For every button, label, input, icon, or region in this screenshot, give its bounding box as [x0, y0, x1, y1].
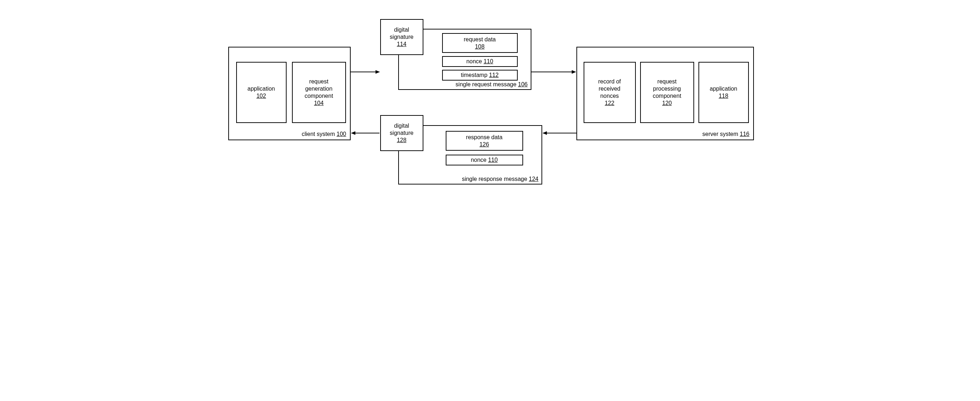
request-signature-l2: signature [390, 33, 414, 41]
client-system-num: 100 [337, 131, 346, 137]
client-application-label: application [247, 85, 275, 92]
request-message-label: single request message [455, 81, 516, 87]
request-processing-l3: component [653, 92, 681, 100]
response-message-num: 124 [529, 176, 539, 182]
response-message-caption: single response message 124 [462, 176, 539, 182]
client-system-caption: client system 100 [302, 131, 346, 137]
record-nonces-l3: nonces [598, 92, 621, 100]
response-nonce-label: nonce [471, 157, 487, 163]
request-signature-text: digital signature 114 [390, 26, 414, 48]
request-data-text: request data 108 [464, 36, 496, 50]
client-application-num: 102 [247, 92, 275, 100]
response-signature-text: digital signature 128 [390, 122, 414, 144]
response-data-text: response data 126 [466, 134, 502, 148]
client-application-text: application 102 [247, 85, 275, 100]
request-timestamp-label: timestamp [461, 72, 487, 78]
response-signature-l1: digital [390, 122, 414, 130]
request-processing-num: 120 [653, 100, 681, 107]
request-data-label: request data [464, 36, 496, 43]
request-signature-box: digital signature 114 [380, 19, 423, 55]
request-timestamp-num: 112 [489, 72, 499, 78]
request-signature-num: 114 [390, 41, 414, 48]
response-nonce-box: nonce 110 [446, 155, 523, 165]
response-data-label: response data [466, 134, 502, 141]
request-generation-box: request generation component 104 [292, 62, 346, 123]
request-generation-l2: generation [305, 85, 333, 92]
request-signature-l1: digital [390, 26, 414, 33]
client-application-box: application 102 [236, 62, 286, 123]
response-nonce-num: 110 [488, 157, 498, 163]
record-nonces-text: record of received nonces 122 [598, 78, 621, 107]
record-nonces-l2: received [598, 85, 621, 92]
server-system-num: 116 [740, 131, 749, 137]
server-system-label: server system [702, 131, 738, 137]
response-message-label: single response message [462, 176, 527, 182]
request-nonce-label: nonce [466, 58, 482, 64]
request-nonce-box: nonce 110 [442, 56, 518, 67]
server-system-caption: server system 116 [702, 131, 749, 137]
response-data-num: 126 [466, 141, 502, 148]
record-nonces-num: 122 [598, 100, 621, 107]
request-data-box: request data 108 [442, 33, 518, 53]
request-processing-box: request processing component 120 [640, 62, 694, 123]
request-generation-l3: component [305, 92, 333, 100]
client-system-label: client system [302, 131, 335, 137]
server-application-box: application 118 [698, 62, 749, 123]
request-nonce-text: nonce 110 [466, 58, 493, 65]
response-data-box: response data 126 [446, 131, 523, 151]
request-message-caption: single request message 106 [455, 81, 527, 88]
server-application-label: application [710, 85, 737, 92]
request-generation-text: request generation component 104 [305, 78, 333, 107]
server-system-box: server system 116 record of received non… [576, 47, 754, 140]
request-processing-l2: processing [653, 85, 681, 92]
request-timestamp-box: timestamp 112 [442, 70, 518, 81]
diagram-canvas: client system 100 application 102 reques… [221, 0, 759, 232]
response-signature-l2: signature [390, 130, 414, 137]
server-application-num: 118 [710, 92, 737, 100]
request-message-num: 106 [518, 81, 528, 87]
request-nonce-num: 110 [484, 58, 493, 64]
request-processing-l1: request [653, 78, 681, 85]
request-generation-num: 104 [305, 100, 333, 107]
response-signature-box: digital signature 128 [380, 115, 423, 151]
response-nonce-text: nonce 110 [471, 157, 498, 164]
response-signature-num: 128 [390, 137, 414, 144]
server-application-text: application 118 [710, 85, 737, 100]
request-generation-l1: request [305, 78, 333, 85]
request-data-num: 108 [464, 43, 496, 50]
request-processing-text: request processing component 120 [653, 78, 681, 107]
record-nonces-box: record of received nonces 122 [584, 62, 636, 123]
client-system-box: client system 100 application 102 reques… [228, 47, 351, 140]
record-nonces-l1: record of [598, 78, 621, 85]
request-timestamp-text: timestamp 112 [461, 71, 499, 79]
